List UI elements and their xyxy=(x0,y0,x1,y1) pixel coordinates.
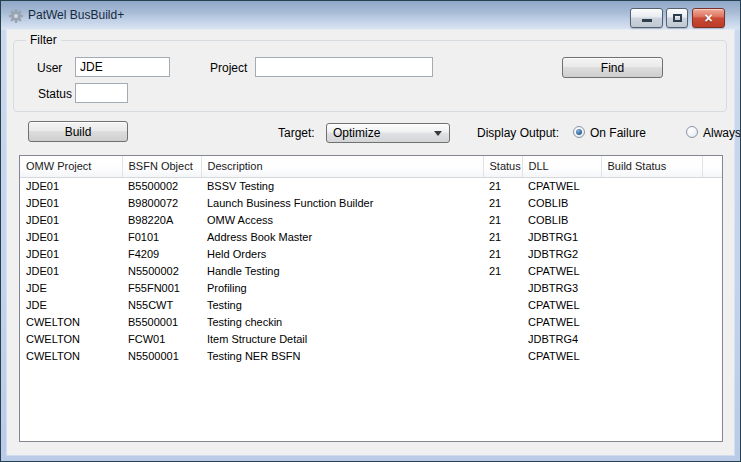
table-row[interactable]: JDE01 B98220A OMW Access 21 COBLIB xyxy=(20,211,722,228)
table-row[interactable]: CWELTON FCW01 Item Structure Detail JDBT… xyxy=(20,330,722,347)
table-cell: CWELTON xyxy=(20,347,122,364)
status-input[interactable] xyxy=(75,83,128,103)
table-cell xyxy=(601,347,702,364)
table-cell: JDBTRG2 xyxy=(522,245,601,262)
table-cell xyxy=(702,211,722,228)
table-row[interactable]: JDE F55FN001 Profiling JDBTRG3 xyxy=(20,279,722,296)
table-cell: JDBTRG4 xyxy=(522,330,601,347)
table-cell xyxy=(601,177,702,194)
table-cell xyxy=(702,296,722,313)
results-table: OMW Project BSFN Object Description Stat… xyxy=(20,156,722,364)
table-cell: Profiling xyxy=(201,279,483,296)
table-cell: CPATWEL xyxy=(522,296,601,313)
table-cell: JDE01 xyxy=(20,177,122,194)
app-window: PatWel BusBuild+ × Filter User Project S… xyxy=(0,0,741,462)
table-cell: BSSV Testing xyxy=(201,177,483,194)
table-cell: Testing NER BSFN xyxy=(201,347,483,364)
table-cell: Held Orders xyxy=(201,245,483,262)
table-cell: N5500001 xyxy=(122,347,201,364)
status-label: Status xyxy=(38,87,72,101)
table-cell xyxy=(702,177,722,194)
table-row[interactable]: CWELTON N5500001 Testing NER BSFN CPATWE… xyxy=(20,347,722,364)
table-cell: B98220A xyxy=(122,211,201,228)
project-input[interactable] xyxy=(255,57,433,77)
table-cell: OMW Access xyxy=(201,211,483,228)
radio-on-failure[interactable] xyxy=(573,126,585,138)
table-cell: Item Structure Detail xyxy=(201,330,483,347)
table-cell xyxy=(702,347,722,364)
table-row[interactable]: JDE01 F0101 Address Book Master 21 JDBTR… xyxy=(20,228,722,245)
table-cell: JDBTRG3 xyxy=(522,279,601,296)
table-cell xyxy=(702,245,722,262)
column-header-description[interactable]: Description xyxy=(201,156,483,177)
display-output-label: Display Output: xyxy=(477,126,559,140)
table-cell: 21 xyxy=(483,245,522,262)
table-cell: CWELTON xyxy=(20,313,122,330)
radio-on-failure-label[interactable]: On Failure xyxy=(590,126,646,140)
column-header-build-status[interactable]: Build Status xyxy=(601,156,702,177)
user-input[interactable] xyxy=(75,57,170,77)
table-cell: Address Book Master xyxy=(201,228,483,245)
table-cell: 21 xyxy=(483,211,522,228)
close-button[interactable]: × xyxy=(692,8,725,28)
column-header-dll[interactable]: DLL xyxy=(522,156,601,177)
maximize-button[interactable] xyxy=(666,8,688,28)
table-cell: N55CWT xyxy=(122,296,201,313)
gear-icon xyxy=(8,8,24,24)
column-header-status[interactable]: Status xyxy=(483,156,522,177)
table-cell: 21 xyxy=(483,262,522,279)
table-cell xyxy=(483,330,522,347)
radio-dot xyxy=(576,129,582,135)
table-cell xyxy=(601,313,702,330)
table-row[interactable]: CWELTON B5500001 Testing checkin CPATWEL xyxy=(20,313,722,330)
table-row[interactable]: JDE01 F4209 Held Orders 21 JDBTRG2 xyxy=(20,245,722,262)
table-cell: Launch Business Function Builder xyxy=(201,194,483,211)
target-label: Target: xyxy=(278,126,315,140)
column-header-bsfn-object[interactable]: BSFN Object xyxy=(122,156,201,177)
build-button[interactable]: Build xyxy=(28,121,128,142)
table-cell xyxy=(601,279,702,296)
table-cell: B9800072 xyxy=(122,194,201,211)
table-cell: COBLIB xyxy=(522,211,601,228)
table-cell: B5500002 xyxy=(122,177,201,194)
table-cell: JDE01 xyxy=(20,245,122,262)
table-cell: JDE01 xyxy=(20,211,122,228)
table-cell: JDE xyxy=(20,296,122,313)
table-cell: JDBTRG1 xyxy=(522,228,601,245)
table-row[interactable]: JDE01 N5500002 Handle Testing 21 CPATWEL xyxy=(20,262,722,279)
table-cell: F0101 xyxy=(122,228,201,245)
target-dropdown[interactable]: Optimize xyxy=(326,123,450,143)
radio-always[interactable] xyxy=(686,126,698,138)
table-cell xyxy=(601,330,702,347)
table-cell xyxy=(702,262,722,279)
find-button[interactable]: Find xyxy=(562,57,663,78)
table-cell xyxy=(601,245,702,262)
target-dropdown-value: Optimize xyxy=(333,126,380,140)
table-cell: COBLIB xyxy=(522,194,601,211)
table-cell xyxy=(702,313,722,330)
table-row[interactable]: JDE N55CWT Testing CPATWEL xyxy=(20,296,722,313)
column-header-omw-project[interactable]: OMW Project xyxy=(20,156,122,177)
table-row[interactable]: JDE01 B9800072 Launch Business Function … xyxy=(20,194,722,211)
minimize-button[interactable] xyxy=(630,8,663,28)
table-row[interactable]: JDE01 B5500002 BSSV Testing 21 CPATWEL xyxy=(20,177,722,194)
results-listview: OMW Project BSFN Object Description Stat… xyxy=(19,155,723,442)
table-cell: JDE xyxy=(20,279,122,296)
filter-legend: Filter xyxy=(26,33,61,47)
table-cell xyxy=(601,211,702,228)
title-bar[interactable]: PatWel BusBuild+ × xyxy=(1,1,740,30)
client-area: Filter User Project Status Find Build Ta… xyxy=(7,30,734,455)
table-header-row: OMW Project BSFN Object Description Stat… xyxy=(20,156,722,177)
table-cell: Handle Testing xyxy=(201,262,483,279)
table-cell xyxy=(601,228,702,245)
table-cell: 21 xyxy=(483,228,522,245)
table-cell xyxy=(702,194,722,211)
table-cell: F4209 xyxy=(122,245,201,262)
table-cell: CWELTON xyxy=(20,330,122,347)
table-cell: JDE01 xyxy=(20,228,122,245)
column-header-empty xyxy=(702,156,722,177)
table-cell: CPATWEL xyxy=(522,347,601,364)
table-cell: B5500001 xyxy=(122,313,201,330)
chevron-down-icon xyxy=(434,131,442,136)
radio-always-label[interactable]: Always xyxy=(703,126,741,140)
